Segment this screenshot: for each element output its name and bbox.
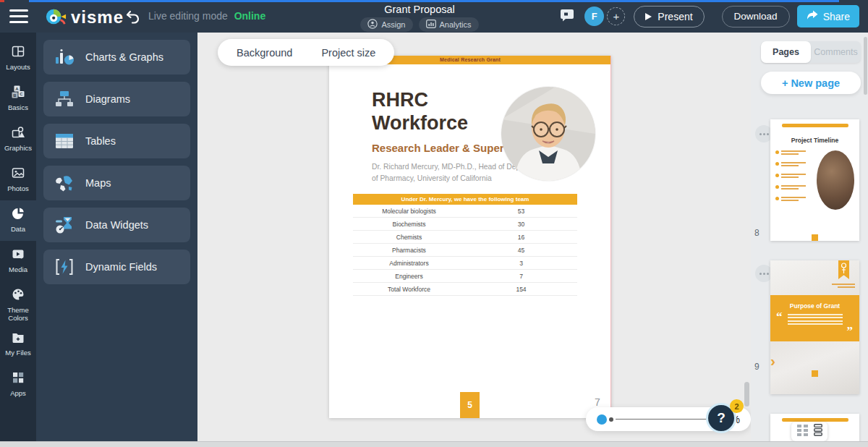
download-label: Download xyxy=(734,11,778,22)
tab-project-size[interactable]: Project size xyxy=(321,47,375,59)
svg-text:B: B xyxy=(13,93,17,98)
data-widgets-card[interactable]: Data Widgets xyxy=(43,208,190,242)
zoom-slider-handle[interactable] xyxy=(597,414,607,425)
data-panel: Charts & Graphs Diagrams Tables xyxy=(36,33,197,441)
add-collaborator-button[interactable]: + xyxy=(607,7,625,25)
go-to-page-chevron-icon[interactable]: › xyxy=(770,354,775,368)
tab-comments[interactable]: Comments xyxy=(811,41,861,63)
page-number-tab: 5 xyxy=(460,392,480,418)
sidebar-item-theme-colors[interactable]: Theme Colors xyxy=(0,281,36,324)
share-button[interactable]: Share xyxy=(797,5,859,27)
dynamic-fields-icon xyxy=(43,258,85,276)
diagrams-card[interactable]: Diagrams xyxy=(43,82,190,116)
svg-text:C: C xyxy=(20,92,23,96)
share-label: Share xyxy=(823,11,850,22)
window-bottom-edge xyxy=(0,441,868,447)
sidebar-item-my-files[interactable]: My Files xyxy=(0,324,36,365)
assign-icon xyxy=(367,19,378,30)
sidebar-item-data[interactable]: Data xyxy=(0,200,36,241)
basics-icon: A B C xyxy=(11,89,25,101)
thumb-quote-block: “ Purpose of Grant ” xyxy=(770,295,859,341)
photos-icon xyxy=(11,170,25,182)
tab-pages[interactable]: Pages xyxy=(761,41,811,63)
document-page[interactable]: Medical Research Grant RHRC Workforce Re… xyxy=(329,56,611,418)
page-thumbnail-8[interactable]: Project Timeline xyxy=(770,119,859,241)
share-icon xyxy=(807,10,818,22)
thumb-caption-lines xyxy=(832,284,855,289)
data-pie-icon xyxy=(11,210,25,223)
page-number-label: 8 xyxy=(754,228,760,238)
diagrams-icon xyxy=(43,90,85,108)
browser-progress-bar xyxy=(29,0,839,2)
assign-button[interactable]: Assign xyxy=(360,17,412,32)
thumb-title: Purpose of Grant xyxy=(770,302,859,310)
comments-icon[interactable] xyxy=(560,8,574,25)
sidebar-item-apps[interactable]: Apps xyxy=(0,365,36,405)
theme-colors-palette-icon xyxy=(11,291,25,304)
analytics-button[interactable]: Analytics xyxy=(419,17,479,32)
sidebar-item-photos[interactable]: Photos xyxy=(0,160,36,200)
present-button[interactable]: Present xyxy=(634,6,704,27)
tables-icon xyxy=(43,133,85,149)
table-row: Administrators 3 xyxy=(353,257,577,270)
tables-card[interactable]: Tables xyxy=(43,124,190,158)
tab-background[interactable]: Background xyxy=(237,47,292,59)
canvas-settings-tabs: Background Project size xyxy=(218,39,394,66)
panel-scrollbar[interactable] xyxy=(864,37,867,95)
top-bar: visme Live editing mode Online Grant Pro… xyxy=(0,0,868,33)
zoom-page-indicator: 7 xyxy=(595,396,600,408)
visme-logo[interactable]: visme xyxy=(45,6,124,29)
charts-graphs-card[interactable]: Charts & Graphs xyxy=(43,40,190,74)
page-thumbnail-9[interactable]: “ Purpose of Grant ” xyxy=(770,260,859,394)
live-editing-label: Live editing mode xyxy=(148,10,228,22)
pages-panel: Pages Comments + New page Project Timeli… xyxy=(751,33,868,441)
thumb-page-tab xyxy=(812,370,818,377)
timeline-list xyxy=(775,149,817,210)
list-view-icon[interactable] xyxy=(814,424,822,439)
table-row: Engineers 7 xyxy=(353,270,577,283)
data-widgets-icon xyxy=(43,216,85,234)
thumb-photo xyxy=(817,150,854,210)
zoom-slider-track[interactable] xyxy=(616,419,711,420)
layouts-icon xyxy=(11,48,25,61)
thumb-title: Project Timeline xyxy=(770,137,859,144)
table-row: Biochemists 30 xyxy=(353,218,577,231)
document-title[interactable]: Grant Proposal xyxy=(340,4,499,15)
table-row: Pharmacists 45 xyxy=(353,244,577,257)
sidebar-item-basics[interactable]: A B C Basics xyxy=(0,79,36,119)
table-header: Under Dr. Mercury, we have the following… xyxy=(353,194,577,205)
dynamic-fields-card[interactable]: Dynamic Fields xyxy=(43,250,190,284)
undo-icon[interactable] xyxy=(124,9,140,25)
new-page-button[interactable]: + New page xyxy=(761,72,861,94)
table-row: Chemists 16 xyxy=(353,231,577,244)
user-avatar[interactable]: F xyxy=(584,7,604,26)
researcher-photo[interactable] xyxy=(501,87,595,181)
apps-grid-icon xyxy=(11,375,25,387)
guide-line xyxy=(610,56,611,418)
sidebar-item-media[interactable]: Media xyxy=(0,241,36,281)
page-title[interactable]: RHRC Workforce xyxy=(372,89,488,135)
zoom-slider-stop xyxy=(609,417,613,422)
sidebar-item-layouts[interactable]: Layouts xyxy=(0,38,36,79)
quote-open: “ xyxy=(776,310,783,324)
download-button[interactable]: Download xyxy=(722,6,790,27)
online-status: Online xyxy=(234,10,266,22)
grid-view-icon[interactable] xyxy=(797,425,808,439)
play-icon xyxy=(645,13,652,20)
media-icon xyxy=(11,251,25,263)
maps-card[interactable]: Maps xyxy=(43,166,190,200)
editor-canvas[interactable]: Background Project size Medical Research… xyxy=(197,33,751,441)
analytics-label: Analytics xyxy=(440,20,472,29)
help-notification-badge: 2 xyxy=(730,399,744,413)
page-number-label: 9 xyxy=(754,362,760,372)
table-row: Molecular biologists 53 xyxy=(353,205,577,218)
charts-graphs-icon xyxy=(43,48,85,67)
hamburger-menu-icon[interactable] xyxy=(9,9,28,27)
canvas-scrollbar[interactable] xyxy=(744,382,749,406)
workforce-table[interactable]: Under Dr. Mercury, we have the following… xyxy=(353,194,577,296)
sidebar-item-graphics[interactable]: Graphics xyxy=(0,119,36,160)
quote-close: ” xyxy=(847,324,854,339)
analytics-icon xyxy=(426,20,436,30)
graphics-icon xyxy=(11,129,25,142)
thumb-ribbon xyxy=(838,260,849,279)
